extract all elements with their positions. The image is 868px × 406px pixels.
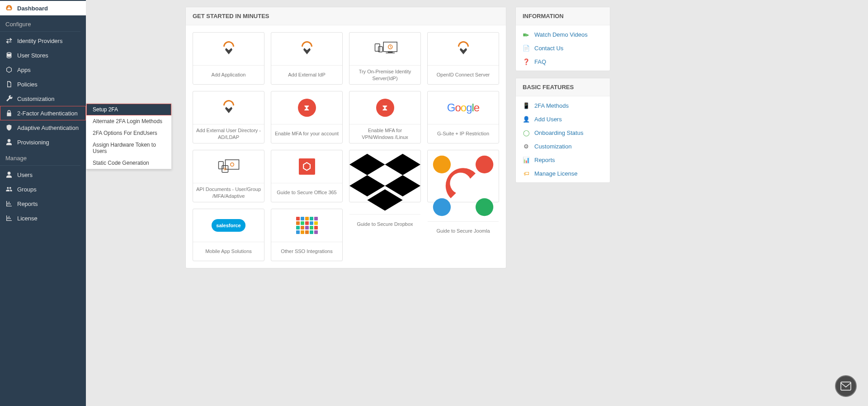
sidebar-label: Identity Providers xyxy=(17,38,62,44)
dropbox-icon xyxy=(349,150,420,214)
svg-rect-6 xyxy=(225,160,239,169)
sliders-icon: ⚙ xyxy=(523,143,530,150)
box-icon xyxy=(5,66,13,73)
card-label: API Documents - User/Group /MFA/Adaptive xyxy=(193,183,264,202)
sidebar-item-customization[interactable]: Customization xyxy=(0,91,86,106)
card-label: Add External IdP xyxy=(271,65,342,84)
card-guide-dropbox[interactable]: Guide to Secure Dropbox xyxy=(349,150,421,202)
get-started-title: GET STARTED IN MINUTES xyxy=(186,7,506,25)
link-reports[interactable]: 📊 Reports xyxy=(523,156,603,163)
sidebar-label: Dashboard xyxy=(17,5,48,12)
svg-rect-15 xyxy=(841,382,851,390)
card-label: Add Application xyxy=(193,65,264,84)
card-guide-office[interactable]: ⬡ Guide to Secure Office 365 xyxy=(271,150,343,202)
link-customization[interactable]: ⚙ Customization xyxy=(523,143,603,150)
salesforce-icon: salesforce xyxy=(193,209,264,242)
sidebar-item-adaptive-auth[interactable]: Adaptive Authentication xyxy=(0,120,86,135)
svg-rect-1 xyxy=(388,52,393,53)
sidebar-item-dashboard[interactable]: Dashboard xyxy=(0,1,86,15)
svg-point-13 xyxy=(433,198,451,216)
card-openid-connect[interactable]: OpenID Connect Server xyxy=(427,32,499,85)
sidebar-item-license[interactable]: License xyxy=(0,211,86,225)
information-panel: INFORMATION ■▸ Watch Demo Videos 📄 Conta… xyxy=(515,7,610,71)
card-api-docs[interactable]: API Documents - User/Group /MFA/Adaptive xyxy=(193,150,264,202)
card-gsuite-ip[interactable]: Google G-Suite + IP Restriction xyxy=(427,91,499,143)
card-guide-joomla[interactable]: Guide to Secure Joomla xyxy=(427,150,499,202)
link-add-users[interactable]: 👤 Add Users xyxy=(523,115,603,123)
shield-icon xyxy=(5,124,13,131)
svg-point-7 xyxy=(230,163,234,167)
card-other-sso[interactable]: Other SSO Integrations xyxy=(271,209,343,261)
card-label: Other SSO Integrations xyxy=(271,242,342,261)
contact-float-button[interactable] xyxy=(835,375,857,397)
svg-rect-2 xyxy=(386,53,395,53)
svg-point-14 xyxy=(476,198,493,216)
sidebar-item-users[interactable]: Users xyxy=(0,167,86,182)
sidebar-item-groups[interactable]: Groups xyxy=(0,182,86,196)
get-started-panel: GET STARTED IN MINUTES Add Application A… xyxy=(185,7,506,268)
sidebar-item-apps[interactable]: Apps xyxy=(0,62,86,77)
chart-icon xyxy=(5,215,13,222)
sidebar-label: Groups xyxy=(17,186,37,193)
link-2fa-methods[interactable]: 📱 2FA Methods xyxy=(523,102,603,109)
sidebar-item-provisioning[interactable]: Provisioning xyxy=(0,135,86,149)
devices-icon xyxy=(349,33,420,65)
chart-icon xyxy=(5,200,13,207)
card-label: Guide to Secure Office 365 xyxy=(271,183,342,202)
link-label: Customization xyxy=(534,143,571,150)
link-faq[interactable]: ❓ FAQ xyxy=(523,58,603,65)
submenu-alternate-login[interactable]: Alternate 2FA Login Methods xyxy=(86,115,171,127)
dashboard-icon xyxy=(5,5,13,12)
fingerprint-icon xyxy=(271,33,342,65)
card-mobile-app[interactable]: salesforce Mobile App Solutions xyxy=(193,209,264,261)
sidebar-label: Adaptive Authentication xyxy=(17,124,79,131)
exchange-icon xyxy=(5,37,13,44)
link-onboarding[interactable]: ◯ Onboarding Status xyxy=(523,129,603,136)
hourglass-icon: ⧗ xyxy=(349,91,420,124)
card-try-onpremise[interactable]: Try On-Premise Identity Server(IdP) xyxy=(349,32,421,85)
sidebar-item-2fa[interactable]: 2-Factor Authentication xyxy=(0,106,86,120)
link-label: Onboarding Status xyxy=(534,129,583,136)
mail-icon xyxy=(840,382,851,391)
submenu-setup-2fa[interactable]: Setup 2FA xyxy=(86,104,171,115)
card-label: Enable MFA for your account xyxy=(271,124,342,143)
card-enable-mfa-account[interactable]: ⧗ Enable MFA for your account xyxy=(271,91,343,143)
submenu-options-endusers[interactable]: 2FA Options For EndUsers xyxy=(86,127,171,139)
link-label: Add Users xyxy=(534,116,562,123)
sidebar-label: Users xyxy=(17,172,33,178)
sidebar-section-configure: Configure xyxy=(0,17,80,32)
user-plus-icon: 👤 xyxy=(523,115,530,123)
basic-features-panel: BASIC FEATURES 📱 2FA Methods 👤 Add Users… xyxy=(515,78,610,183)
sidebar-item-user-stores[interactable]: User Stores xyxy=(0,48,86,62)
sidebar-label: Policies xyxy=(17,81,38,88)
link-label: 2FA Methods xyxy=(534,102,569,109)
card-label: Enable MFA for VPN/Windows /Linux xyxy=(349,124,420,143)
apps-grid-icon xyxy=(271,209,342,242)
sidebar-label: Provisioning xyxy=(17,139,49,146)
link-contact-us[interactable]: 📄 Contact Us xyxy=(523,44,603,52)
file-icon: 📄 xyxy=(523,44,530,52)
card-label: Try On-Premise Identity Server(IdP) xyxy=(349,65,420,84)
card-add-application[interactable]: Add Application xyxy=(193,32,264,85)
submenu-assign-token[interactable]: Assign Hardware Token to Users xyxy=(86,139,171,157)
mobile-icon: 📱 xyxy=(523,102,530,109)
sidebar-item-identity-providers[interactable]: Identity Providers xyxy=(0,33,86,48)
card-add-external-idp[interactable]: Add External IdP xyxy=(271,32,343,85)
card-label: Guide to Secure Dropbox xyxy=(349,214,420,233)
lock-icon xyxy=(5,110,13,117)
sidebar-item-reports[interactable]: Reports xyxy=(0,196,86,211)
sidebar-label: License xyxy=(17,215,38,222)
sidebar-item-policies[interactable]: Policies xyxy=(0,77,86,91)
link-manage-license[interactable]: 🏷 Manage License xyxy=(523,170,603,177)
chart-icon: 📊 xyxy=(523,156,530,163)
card-add-external-dir[interactable]: Add External User Directory - AD/LDAP xyxy=(193,91,264,143)
link-label: FAQ xyxy=(534,58,546,65)
card-label: Guide to Secure Joomla xyxy=(428,221,499,240)
card-label: Add External User Directory - AD/LDAP xyxy=(193,124,264,143)
sidebar-label: Customization xyxy=(17,96,54,102)
submenu-static-code[interactable]: Static Code Generation xyxy=(86,157,171,169)
sidebar-label: Reports xyxy=(17,201,38,207)
card-enable-mfa-vpn[interactable]: ⧗ Enable MFA for VPN/Windows /Linux xyxy=(349,91,421,143)
card-label: OpenID Connect Server xyxy=(428,65,499,84)
link-watch-demo[interactable]: ■▸ Watch Demo Videos xyxy=(523,31,603,38)
